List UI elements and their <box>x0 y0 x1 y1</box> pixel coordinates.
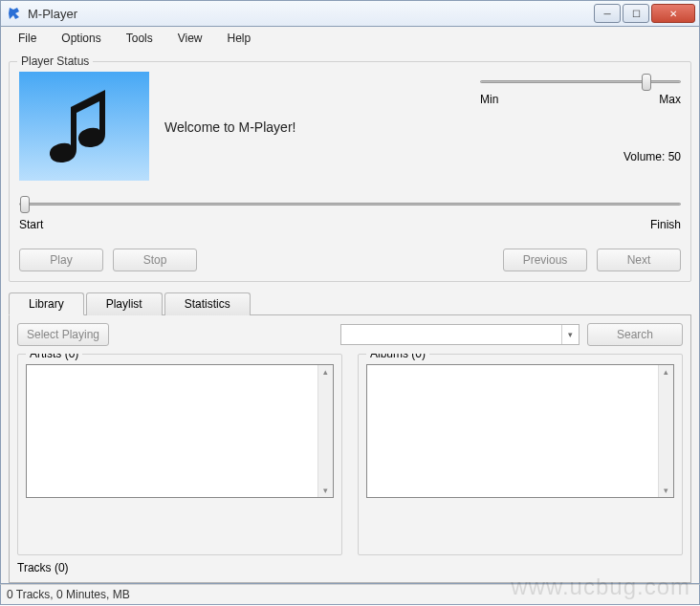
progress-finish-label: Finish <box>650 218 681 231</box>
scrollbar[interactable]: ▴ ▾ <box>317 365 333 497</box>
scroll-down-icon: ▾ <box>660 484 673 497</box>
menu-options[interactable]: Options <box>52 29 110 48</box>
volume-max-label: Max <box>659 93 681 106</box>
scroll-up-icon: ▴ <box>660 365 673 379</box>
app-icon <box>7 6 22 21</box>
scroll-down-icon: ▾ <box>319 484 333 497</box>
search-combo[interactable]: ▾ <box>340 324 580 345</box>
player-status-group: Player Status Min Max Welco <box>9 61 691 282</box>
menu-view[interactable]: View <box>168 29 212 48</box>
music-note-icon <box>36 78 132 174</box>
stop-button[interactable]: Stop <box>113 249 197 271</box>
menu-file[interactable]: File <box>9 29 46 48</box>
artists-listbox[interactable]: ▴ ▾ <box>26 364 334 498</box>
progress-slider[interactable] <box>19 194 681 213</box>
tab-library[interactable]: Library <box>9 292 84 315</box>
titlebar: M-Player ─ ☐ ✕ <box>0 0 700 27</box>
tab-playlist[interactable]: Playlist <box>86 292 163 315</box>
close-button[interactable]: ✕ <box>651 4 695 23</box>
menu-tools[interactable]: Tools <box>117 29 163 48</box>
menubar: File Options Tools View Help <box>0 27 700 50</box>
client-area: Player Status Min Max Welco <box>0 50 700 584</box>
volume-min-label: Min <box>480 93 498 106</box>
menu-help[interactable]: Help <box>218 29 261 48</box>
tab-statistics[interactable]: Statistics <box>164 292 251 315</box>
volume-slider[interactable] <box>480 72 681 91</box>
albums-listbox[interactable]: ▴ ▾ <box>366 364 674 498</box>
next-button[interactable]: Next <box>597 249 681 271</box>
statusbar: 0 Tracks, 0 Minutes, MB <box>0 584 700 605</box>
albums-group: Albums (0) ▴ ▾ <box>358 354 683 555</box>
statusbar-text: 0 Tracks, 0 Minutes, MB <box>7 588 130 601</box>
scrollbar[interactable]: ▴ ▾ <box>658 365 673 497</box>
album-art <box>19 72 149 181</box>
window-controls: ─ ☐ ✕ <box>594 4 695 23</box>
volume-value-label: Volume: 50 <box>164 150 681 163</box>
artists-group: Artists (0) ▴ ▾ <box>17 354 342 555</box>
scroll-up-icon: ▴ <box>319 365 333 379</box>
welcome-message: Welcome to M-Player! <box>164 119 681 135</box>
albums-legend: Albums (0) <box>366 354 429 360</box>
minimize-button[interactable]: ─ <box>594 4 621 23</box>
maximize-button[interactable]: ☐ <box>623 4 649 23</box>
tabs: Library Playlist Statistics <box>9 292 691 315</box>
select-playing-button[interactable]: Select Playing <box>17 323 109 346</box>
search-button[interactable]: Search <box>587 323 683 346</box>
progress-start-label: Start <box>19 218 43 231</box>
play-button[interactable]: Play <box>19 249 103 271</box>
chevron-down-icon: ▾ <box>561 325 579 344</box>
previous-button[interactable]: Previous <box>503 249 587 271</box>
artists-legend: Artists (0) <box>26 354 82 360</box>
window-title: M-Player <box>28 7 594 21</box>
library-panel: Select Playing ▾ Search Artists (0) ▴ ▾ … <box>9 315 691 583</box>
tracks-legend: Tracks (0) <box>17 561 683 574</box>
player-status-legend: Player Status <box>17 54 93 68</box>
